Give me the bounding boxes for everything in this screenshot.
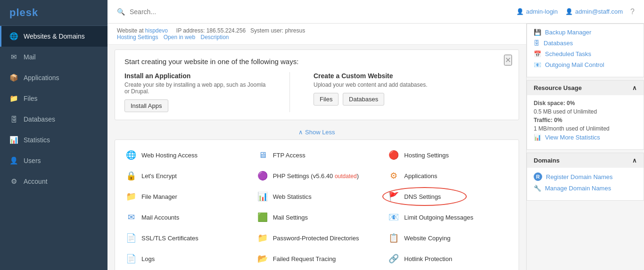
php-icon: 🟣 [257,170,268,181]
lets-encrypt-icon: 🔒 [125,170,137,181]
user-icon: 👤 [516,8,524,15]
grid-container: 🌐 Web Hosting Access 🖥 FTP Access 🔴 Host… [115,139,519,270]
install-app-heading: Install an Application [124,72,266,80]
close-button[interactable]: ✕ [504,55,512,65]
outgoing-mail-link[interactable]: 📧 Outgoing Mail Control [534,61,637,68]
custom-website-option: Create a Custom Website Upload your web … [314,72,428,112]
sidebar-item-applications[interactable]: 📦 Applications [0,67,107,88]
open-in-web-link[interactable]: Open in web [164,34,195,41]
mail-icon: ✉ [9,53,18,61]
web-hosting-access-item[interactable]: 🌐 Web Hosting Access [120,145,251,165]
install-app-desc: Create your site by installing a web app… [124,82,266,95]
databases-link[interactable]: 🗄 Databases [534,40,637,47]
files-icon: 📁 [9,94,18,103]
failed-request-icon: 📂 [257,253,268,264]
account-icon: ⚙ [9,177,18,186]
mail-settings-icon: 🟩 [257,212,268,223]
applications-label: Applications [404,172,437,180]
description-link[interactable]: Description [200,34,229,41]
limit-outgoing-icon: 📧 [388,212,399,223]
failed-request-item[interactable]: 📂 Failed Request Tracing [251,248,383,269]
sidebar-item-files[interactable]: 📁 Files [0,88,107,109]
sidebar-item-account[interactable]: ⚙ Account [0,171,107,192]
mail-settings-item[interactable]: 🟩 Mail Settings [251,207,383,228]
quick-links-section: 💾 Backup Manager 🗄 Databases 📅 Scheduled… [527,24,644,77]
ssl-tls-item[interactable]: 📄 SSL/TLS Certificates [120,228,251,248]
domain-bar-website: Website at [117,27,145,34]
search-input[interactable] [130,8,512,16]
hosting-settings-label: Hosting Settings [404,152,449,159]
databases-right-icon: 🗄 [534,40,540,47]
quick-links-content: 💾 Backup Manager 🗄 Databases 📅 Scheduled… [527,24,644,77]
hotlink-item[interactable]: 🔗 Hotlink Protection [382,248,514,269]
ftp-access-item[interactable]: 🖥 FTP Access [251,145,383,165]
show-less-button[interactable]: ∧ Show Less [107,125,526,139]
logs-icon: 📄 [125,253,137,264]
email-icon: 👤 [565,8,573,15]
collapse-icon[interactable]: ∧ [632,84,637,91]
sidebar-item-statistics[interactable]: 📊 Statistics [0,130,107,150]
sidebar-item-mail[interactable]: ✉ Mail [0,47,107,67]
sidebar-item-databases[interactable]: 🗄 Databases [0,109,107,130]
register-domain-link[interactable]: R Register Domain Names [534,172,637,181]
applications-item[interactable]: ⚙ Applications [382,165,514,186]
file-manager-item[interactable]: 📁 File Manager [120,186,251,207]
hosting-settings-link[interactable]: Hosting Settings [117,34,158,41]
dns-icon: 🚩 [388,191,399,202]
file-manager-icon: 📁 [125,191,137,202]
logs-item[interactable]: 📄 Logs [120,248,251,269]
sidebar-item-websites-domains[interactable]: 🌐 Websites & Domains [0,26,107,47]
domains-collapse-icon[interactable]: ∧ [632,157,637,164]
sidebar-item-users[interactable]: 👤 Users [0,150,107,171]
ftp-icon: 🖥 [257,149,268,161]
logs-label: Logs [141,255,155,262]
content-area: Website at hispdevo IP address: 186.55.2… [107,24,644,270]
password-protected-item[interactable]: 📁 Password-Protected Directories [251,228,383,248]
disk-sub: 0.5 MB used of Unlimited [534,108,637,115]
scheduled-tasks-icon: 📅 [534,50,541,57]
lets-encrypt-item[interactable]: 🔒 Let's Encrypt [120,165,251,186]
scheduled-tasks-link[interactable]: 📅 Scheduled Tasks [534,50,637,57]
website-copying-label: Website Copying [404,235,450,242]
install-apps-button[interactable]: Install Apps [124,99,168,112]
header-user: 👤 admin-login [516,8,558,15]
stats-icon: 📊 [534,134,541,141]
mail-accounts-icon: ✉ [125,212,137,223]
traffic-sub: 1 MB/month used of Unlimited [534,125,637,132]
help-icon[interactable]: ? [630,8,635,16]
sidebar: plesk 🌐 Websites & Domains ✉ Mail 📦 Appl… [0,0,107,270]
web-statistics-item[interactable]: 📊 Web Statistics [251,186,383,207]
disk-stat: Disk space: 0% [534,100,637,106]
center-panel: Website at hispdevo IP address: 186.55.2… [107,24,526,270]
start-box: ✕ Start creating your website in one of … [115,49,519,120]
hosting-settings-item[interactable]: 🔴 Hosting Settings [382,145,514,165]
hosting-settings-icon: 🔴 [388,149,399,161]
web-statistics-icon: 📊 [257,191,268,202]
statistics-icon: 📊 [9,136,18,144]
hotlink-icon: 🔗 [388,253,399,264]
mail-accounts-item[interactable]: ✉ Mail Accounts [120,207,251,228]
install-app-option: Install an Application Create your site … [124,72,266,112]
php-settings-item[interactable]: 🟣 PHP Settings (v5.6.40 outdated) [251,165,383,186]
limit-outgoing-label: Limit Outgoing Messages [404,214,473,221]
view-more-stats-link[interactable]: 📊 View More Statistics [534,134,637,141]
manage-domain-link[interactable]: 🔧 Manage Domain Names [534,185,637,192]
backup-manager-link[interactable]: 💾 Backup Manager [534,29,637,36]
limit-outgoing-item[interactable]: 📧 Limit Outgoing Messages [382,207,514,228]
traffic-stat: Traffic: 0% [534,117,637,123]
domain-link[interactable]: hispdevo [145,27,168,34]
dns-settings-item[interactable]: 🚩 DNS Settings [382,186,514,207]
failed-request-label: Failed Request Tracing [273,255,336,262]
website-copying-item[interactable]: 📋 Website Copying [382,228,514,248]
backup-icon: 💾 [534,29,541,36]
dns-label: DNS Settings [404,193,441,200]
sidebar-item-label: Users [24,157,41,164]
sidebar-nav: 🌐 Websites & Domains ✉ Mail 📦 Applicatio… [0,26,107,270]
outgoing-mail-icon: 📧 [534,61,541,68]
files-button[interactable]: Files [314,93,339,106]
file-manager-label: File Manager [141,193,177,200]
applications-icon: 📦 [9,74,18,82]
sidebar-item-label: Databases [24,115,55,123]
ftp-label: FTP Access [273,152,305,159]
databases-button[interactable]: Databases [343,93,384,106]
